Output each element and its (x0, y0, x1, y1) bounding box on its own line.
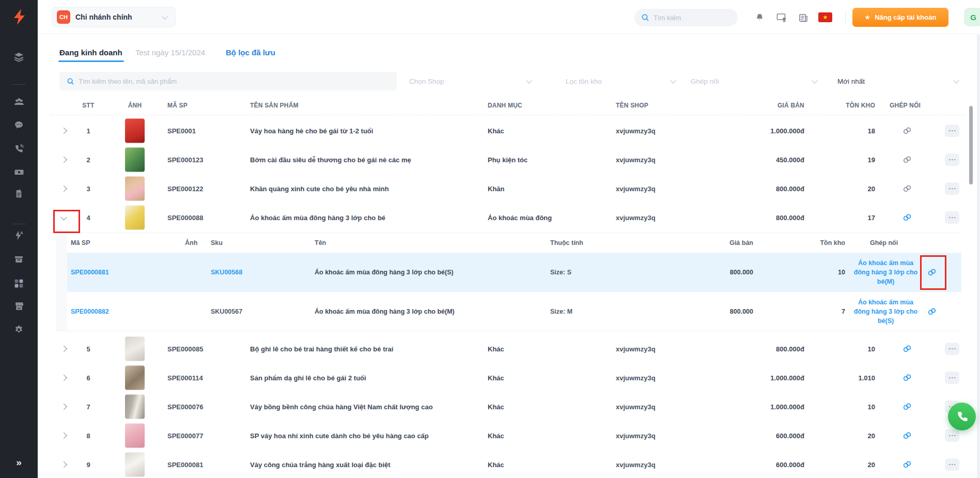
mapping-link-icon[interactable] (903, 431, 912, 440)
shop-name: xvjuwmzy3q (616, 432, 656, 440)
collapse-row-chevron-icon[interactable] (60, 214, 67, 221)
product-thumbnail[interactable] (125, 453, 145, 477)
sidebar-item-automation-icon[interactable]: A (0, 226, 38, 244)
product-thumbnail[interactable] (125, 148, 145, 172)
sort-select[interactable]: Mới nhất (837, 72, 865, 90)
mapping-link-icon[interactable] (903, 374, 912, 382)
upgrade-account-button[interactable]: ★ Nâng cấp tài khoản (852, 8, 948, 27)
row-more-button[interactable]: ⋯ (945, 182, 959, 195)
product-stock: 19 (832, 156, 875, 164)
row-more-button[interactable]: ⋯ (945, 153, 959, 166)
sidebar-item-users-icon[interactable] (0, 93, 38, 111)
branch-selector[interactable]: CH Chi nhánh chính (52, 7, 176, 27)
divider (845, 11, 846, 24)
header-separator (50, 115, 965, 115)
product-category: Khác (488, 432, 504, 440)
notifications-bell-icon[interactable] (753, 11, 766, 24)
expand-row-chevron-icon[interactable] (60, 404, 67, 410)
support-call-fab[interactable] (948, 403, 976, 430)
sidebar-item-layers-icon[interactable] (0, 48, 38, 66)
variant-mapping-link-icon[interactable] (927, 307, 937, 316)
variant-code-link[interactable]: SPE0000881 (71, 269, 109, 276)
brand-logo-icon[interactable] (0, 6, 38, 28)
product-row: 8SPE000077SP váy hoa nhí xinh cute dành … (0, 421, 980, 450)
subcol-header-ma-sp: Mã SP (71, 239, 90, 246)
mapping-link-icon[interactable] (903, 127, 912, 135)
variant-code-link[interactable]: SPE0000882 (71, 308, 109, 315)
sidebar-item-money-icon[interactable] (0, 163, 38, 181)
product-thumbnail[interactable] (125, 119, 145, 143)
product-name: Khăn quàng xinh cute cho bé yêu nhà mình (250, 185, 389, 193)
row-more-button[interactable]: ⋯ (945, 372, 959, 384)
row-stt: 6 (77, 374, 99, 382)
sidebar-item-phone-icon[interactable] (0, 140, 38, 158)
product-code: SPE000122 (167, 185, 203, 193)
search-icon (67, 78, 74, 85)
shop-name: xvjuwmzy3q (616, 156, 656, 164)
row-more-button[interactable]: ⋯ (945, 125, 959, 137)
mapping-link-icon[interactable] (903, 345, 912, 353)
row-more-button[interactable]: ⋯ (945, 458, 959, 471)
expand-row-chevron-icon[interactable] (60, 433, 67, 439)
subcol-header-ten: Tên (315, 239, 326, 246)
expand-row-chevron-icon[interactable] (60, 128, 67, 134)
product-row: 9SPE000081Váy công chúa trắng hàng xuất … (0, 450, 980, 478)
subcol-header-sku: Sku (211, 239, 223, 246)
variant-linked-product-link[interactable]: Áo khoác ấm mùa đông hàng 3 lớp cho bé(S… (853, 297, 918, 325)
mapping-link-icon[interactable] (903, 156, 912, 164)
sidebar-item-store-icon[interactable] (0, 297, 38, 315)
expand-row-chevron-icon[interactable] (60, 375, 67, 381)
variant-linked-product-link[interactable]: Áo khoác ấm mùa đông hàng 3 lớp cho bé(M… (853, 258, 918, 286)
news-icon[interactable] (797, 11, 810, 24)
product-code: SPE000076 (167, 403, 203, 411)
product-category: Khác (488, 403, 504, 411)
vertical-scrollbar[interactable] (969, 106, 973, 184)
mapping-filter-select[interactable]: Ghép nối (691, 72, 719, 90)
row-more-button[interactable]: ⋯ (945, 211, 959, 224)
variant-mapping-link-icon[interactable] (927, 268, 937, 276)
product-price: 450.000đ (722, 156, 804, 164)
expand-row-chevron-icon[interactable] (60, 346, 67, 352)
mapping-link-icon[interactable] (903, 213, 912, 222)
user-avatar[interactable]: G (964, 8, 980, 26)
product-row: 7SPE000076Váy bồng bềnh công chúa hàng V… (0, 392, 980, 421)
tab-test-filter[interactable]: Test ngày 15/1/2024 (135, 48, 205, 57)
expand-row-chevron-icon[interactable] (60, 157, 67, 163)
row-more-button[interactable]: ⋯ (945, 343, 959, 355)
vietnam-flag-icon[interactable]: ★ (818, 12, 832, 22)
product-search-input[interactable] (79, 78, 368, 85)
variant-sku-link[interactable]: SKU00568 (211, 269, 242, 276)
shop-select[interactable]: Chọn Shop (409, 72, 444, 90)
tab-bo-loc-da-luu[interactable]: Bộ lọc đã lưu (226, 48, 275, 57)
subcol-header-ton-kho: Tồn kho (809, 239, 845, 246)
expand-row-chevron-icon[interactable] (60, 461, 67, 468)
tab-dang-kinh-doanh[interactable]: Đang kinh doanh (59, 48, 122, 57)
expand-row-chevron-icon[interactable] (60, 186, 67, 192)
sidebar-collapse-button[interactable]: » (0, 454, 38, 471)
product-row: 6SPE000114Sản phẩm dạ ghi lê cho bé gái … (0, 363, 980, 392)
product-thumbnail[interactable] (125, 424, 145, 448)
screen-share-icon[interactable] (775, 11, 788, 24)
mapping-link-icon[interactable] (903, 184, 912, 193)
sidebar-item-settings-icon[interactable] (0, 321, 38, 338)
row-stt: 7 (77, 403, 99, 411)
sidebar-item-archive-icon[interactable] (0, 251, 38, 268)
product-row: 2SPE000123Bờm cài đầu siêu dễ thương cho… (0, 145, 980, 174)
col-header-ma-sp: MÃ SP (167, 102, 188, 109)
global-search-input[interactable] (654, 14, 726, 22)
mapping-link-icon[interactable] (903, 460, 912, 469)
product-thumbnail[interactable] (125, 337, 145, 361)
sidebar-item-chat-icon[interactable] (0, 116, 38, 134)
sidebar-item-apps-icon[interactable] (0, 274, 38, 292)
global-search[interactable] (634, 9, 738, 26)
stock-filter-select[interactable]: Lọc tồn kho (566, 72, 602, 90)
product-thumbnail[interactable] (125, 395, 145, 419)
row-more-button[interactable]: ⋯ (945, 429, 959, 442)
product-search-box[interactable] (59, 72, 397, 90)
sidebar-item-document-icon[interactable] (0, 185, 38, 203)
product-thumbnail[interactable] (125, 366, 145, 390)
product-thumbnail[interactable] (125, 177, 145, 201)
variant-attribute: Size: S (550, 269, 571, 276)
mapping-link-icon[interactable] (903, 403, 912, 411)
product-thumbnail[interactable] (125, 206, 145, 230)
